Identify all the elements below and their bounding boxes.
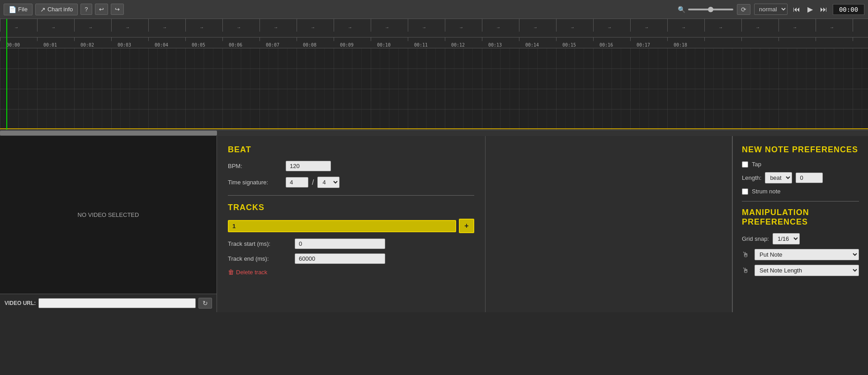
length-value-input[interactable] <box>796 173 823 183</box>
mouse-left-icon: 🖱 <box>742 251 749 259</box>
no-video-text: NO VIDEO SELECTED <box>78 211 139 218</box>
manip-prefs-title: MANIPULATION PREFERENCES <box>742 208 859 227</box>
video-area: NO VIDEO SELECTED <box>0 136 217 294</box>
scrollbar-thumb[interactable] <box>0 131 217 136</box>
mouse-right-row: 🖱 Set Note Length Delete Note Select <box>742 265 859 276</box>
track-start-row: Track start (ms): <box>228 239 474 249</box>
delete-track-label: Delete track <box>236 269 267 276</box>
prefs-divider <box>742 201 859 202</box>
strum-label: Strum note <box>752 188 781 195</box>
add-track-button[interactable]: + <box>459 219 474 233</box>
track-end-row: Track end (ms): <box>228 253 474 264</box>
svg-text:00:02: 00:02 <box>80 42 94 47</box>
timeline-ruler: → 00:00 00:01 00:02 00:03 00:0 <box>0 19 868 48</box>
strum-row: Strum note <box>742 188 859 195</box>
speed-select[interactable]: normal slow fast <box>754 4 788 15</box>
svg-text:00:13: 00:13 <box>488 42 502 47</box>
svg-text:00:04: 00:04 <box>155 42 168 47</box>
mouse-left-select[interactable]: Put Note Delete Note Select <box>755 249 859 260</box>
grid-snap-select[interactable]: 1/16 1/8 1/4 1/2 1 2 4 <box>773 233 800 244</box>
url-refresh-button[interactable]: ↻ <box>198 298 212 309</box>
bpm-row: BPM: <box>228 161 474 171</box>
svg-text:00:16: 00:16 <box>599 42 613 47</box>
time-sig-denominator[interactable]: 4 1 2 8 16 <box>317 177 340 188</box>
file-button[interactable]: 📄 File <box>4 4 33 15</box>
tap-checkbox[interactable] <box>742 161 748 168</box>
svg-text:00:00: 00:00 <box>6 42 20 47</box>
track-start-input[interactable] <box>295 239 385 249</box>
track-end-input[interactable] <box>295 253 385 264</box>
video-url-label: VIDEO URL: <box>5 300 36 306</box>
track-start-label: Track start (ms): <box>228 240 291 247</box>
svg-text:00:15: 00:15 <box>562 42 576 47</box>
svg-text:00:09: 00:09 <box>340 42 354 47</box>
zoom-area: 🔍 <box>678 6 733 13</box>
redo-icon: ↪ <box>115 6 120 13</box>
chart-icon: ↗ <box>40 6 46 13</box>
svg-text:00:06: 00:06 <box>229 42 242 47</box>
video-panel: NO VIDEO SELECTED VIDEO URL: ↻ <box>0 136 217 312</box>
svg-text:00:14: 00:14 <box>525 42 539 47</box>
delete-track-button[interactable]: 🗑 Delete track <box>228 268 267 276</box>
chart-info-button[interactable]: ↗ Chart info <box>35 4 78 15</box>
length-row: Length: beat bar 1/16 1/8 1/4 1/2 <box>742 172 859 183</box>
play-button[interactable]: ▶ <box>806 4 815 14</box>
timeline-container: 120 → <box>0 19 868 130</box>
center-panel: BEAT BPM: Time signature: / 4 1 2 8 16 T… <box>217 136 486 312</box>
refresh-button[interactable]: ⟳ <box>737 4 750 15</box>
forward-button[interactable]: ⏭ <box>818 5 829 14</box>
timeline-scrollbar[interactable] <box>0 130 868 136</box>
time-sig-label: Time signature: <box>228 179 282 186</box>
svg-text:00:12: 00:12 <box>451 42 465 47</box>
track-tab-input[interactable] <box>228 220 456 232</box>
svg-rect-31 <box>0 48 868 130</box>
mouse-left-row: 🖱 Put Note Delete Note Select <box>742 249 859 260</box>
beat-section-title: BEAT <box>228 145 474 155</box>
zoom-icon: 🔍 <box>678 6 685 13</box>
help-button[interactable]: ? <box>80 4 92 15</box>
svg-text:00:17: 00:17 <box>637 42 650 47</box>
strum-checkbox[interactable] <box>742 188 748 195</box>
svg-text:00:11: 00:11 <box>414 42 428 47</box>
file-label: File <box>18 6 28 13</box>
track-list: + <box>228 219 474 233</box>
redo-button[interactable]: ↪ <box>111 4 124 15</box>
chart-info-label: Chart info <box>47 6 73 13</box>
time-sig-slash: / <box>312 178 314 187</box>
playhead <box>6 19 7 130</box>
beat-divider <box>228 195 474 196</box>
time-display: 00:00 <box>833 4 864 15</box>
track-grid[interactable] <box>0 48 868 130</box>
undo-icon: ↩ <box>99 6 104 13</box>
svg-text:00:01: 00:01 <box>43 42 57 47</box>
video-url-bar: VIDEO URL: ↻ <box>0 294 217 312</box>
undo-button[interactable]: ↩ <box>95 4 108 15</box>
bpm-label: BPM: <box>228 163 282 169</box>
bpm-input[interactable] <box>286 161 331 171</box>
file-icon: 📄 <box>9 6 16 13</box>
toolbar: 📄 File ↗ Chart info ? ↩ ↪ 🔍 ⟳ normal slo… <box>0 0 868 19</box>
svg-text:00:10: 00:10 <box>377 42 391 47</box>
rewind-button[interactable]: ⏮ <box>791 5 802 14</box>
svg-text:00:07: 00:07 <box>266 42 279 47</box>
time-sig-row: Time signature: / 4 1 2 8 16 <box>228 177 474 188</box>
svg-rect-2 <box>0 19 859 37</box>
svg-text:00:18: 00:18 <box>674 42 687 47</box>
grid-snap-label: Grid snap: <box>742 235 769 242</box>
prefs-panel: NEW NOTE PREFERENCES Tap Length: beat ba… <box>732 136 868 312</box>
mouse-right-select[interactable]: Set Note Length Delete Note Select <box>755 265 859 276</box>
grid-snap-row: Grid snap: 1/16 1/8 1/4 1/2 1 2 4 <box>742 233 859 244</box>
zoom-slider[interactable] <box>688 9 733 10</box>
svg-text:00:08: 00:08 <box>303 42 316 47</box>
tap-label: Tap <box>752 161 761 168</box>
svg-text:00:05: 00:05 <box>192 42 205 47</box>
help-icon: ? <box>85 6 88 13</box>
tracks-section-title: TRACKS <box>228 203 474 212</box>
new-note-prefs-title: NEW NOTE PREFERENCES <box>742 145 859 155</box>
length-select[interactable]: beat bar 1/16 1/8 1/4 1/2 <box>765 172 792 183</box>
video-url-input[interactable] <box>38 298 196 308</box>
time-sig-numerator[interactable] <box>286 177 308 188</box>
mouse-right-icon: 🖱 <box>742 267 749 275</box>
svg-text:00:03: 00:03 <box>118 42 131 47</box>
length-label: Length: <box>742 174 761 181</box>
